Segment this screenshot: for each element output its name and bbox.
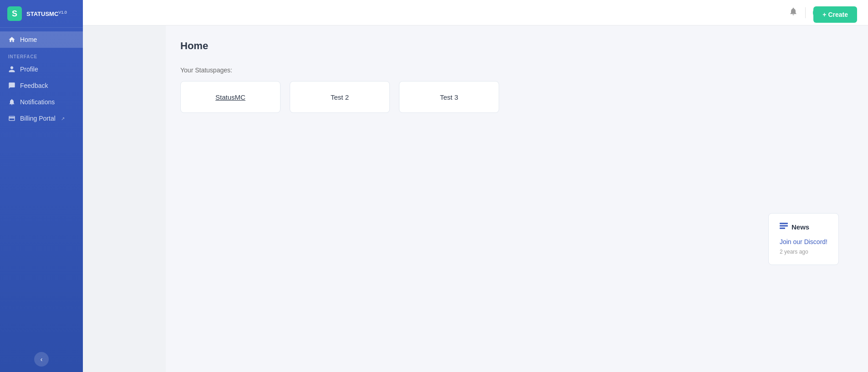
statuspage-card-name: StatusMC xyxy=(215,93,245,101)
home-icon xyxy=(8,36,15,43)
sidebar-item-profile-label: Profile xyxy=(20,66,38,73)
card-icon xyxy=(8,115,15,122)
sidebar-item-notifications-label: Notifications xyxy=(20,98,55,106)
svg-rect-1 xyxy=(780,225,788,227)
create-button[interactable]: + Create xyxy=(813,6,857,23)
sidebar-item-home-label: Home xyxy=(20,36,37,43)
main-content: Home Your Statuspages: StatusMC Test 2 T… xyxy=(166,25,868,372)
sidebar-item-profile[interactable]: Profile xyxy=(0,61,83,77)
sidebar-section-interface: INTERFACE xyxy=(0,48,83,61)
sidebar-nav: Home INTERFACE Profile Feedback Notifica… xyxy=(0,28,83,347)
news-icon xyxy=(780,223,788,231)
sidebar-item-feedback-label: Feedback xyxy=(20,82,48,89)
bell-icon xyxy=(8,98,15,106)
statuspage-card-test3[interactable]: Test 3 xyxy=(399,81,499,113)
user-icon xyxy=(8,66,15,73)
news-item-time: 2 years ago xyxy=(780,249,808,255)
statuspage-card-test2[interactable]: Test 2 xyxy=(290,81,390,113)
sidebar-item-home[interactable]: Home xyxy=(0,31,83,48)
news-card: News Join our Discord! 2 years ago xyxy=(768,213,839,265)
logo-text: STATUSMCV1.0 xyxy=(26,10,67,18)
news-title: News xyxy=(791,223,809,231)
topbar: S StatusMC + Create xyxy=(83,0,868,25)
page-title: Home xyxy=(180,40,853,52)
comment-icon xyxy=(8,82,15,89)
news-header: News xyxy=(780,223,827,231)
sidebar-item-billing[interactable]: Billing Portal ↗ xyxy=(0,110,83,127)
statuspages-label: Your Statuspages: xyxy=(180,66,853,74)
svg-rect-2 xyxy=(780,228,785,229)
statuspage-card-name: Test 2 xyxy=(331,93,349,101)
sidebar-item-feedback[interactable]: Feedback xyxy=(0,77,83,94)
logo-icon: S xyxy=(7,6,22,21)
statuspage-card-name: Test 3 xyxy=(440,93,458,101)
sidebar-collapse-button[interactable]: ‹ xyxy=(34,352,49,367)
external-link-icon: ↗ xyxy=(61,116,65,121)
statuspage-card-statusmc[interactable]: StatusMC xyxy=(180,81,281,113)
statuspages-grid: StatusMC Test 2 Test 3 xyxy=(180,81,853,113)
sidebar-item-notifications[interactable]: Notifications xyxy=(0,94,83,110)
topbar-divider xyxy=(805,7,806,18)
topbar-bell-button[interactable] xyxy=(789,7,798,18)
news-discord-link[interactable]: Join our Discord! xyxy=(780,238,827,245)
sidebar-logo: S STATUSMCV1.0 xyxy=(0,0,83,28)
svg-rect-0 xyxy=(780,223,788,224)
sidebar: S STATUSMCV1.0 Home INTERFACE Profile xyxy=(0,0,83,372)
sidebar-item-billing-label: Billing Portal xyxy=(20,115,56,122)
